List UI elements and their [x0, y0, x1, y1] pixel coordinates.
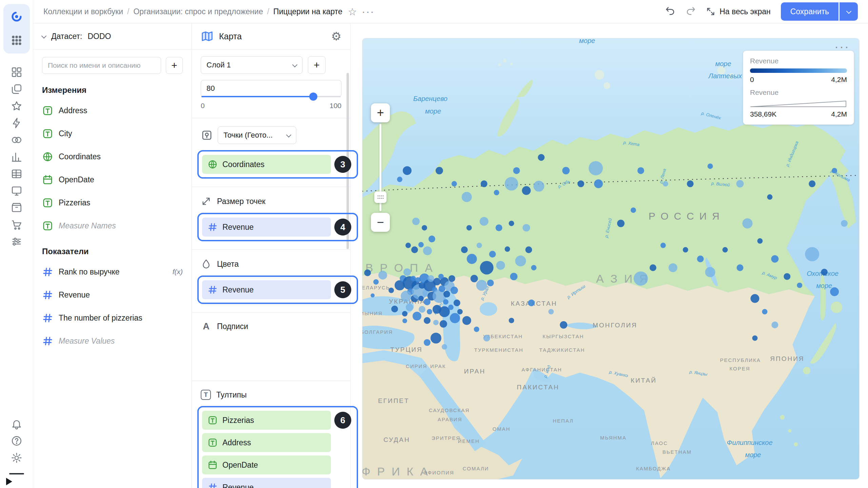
- svg-text:ЕВРОПА: ЕВРОПА: [362, 261, 439, 274]
- measure-item[interactable]: The number of pizzerias: [33, 306, 192, 329]
- services-icon[interactable]: [7, 233, 26, 250]
- notifications-bell-icon[interactable]: [7, 415, 26, 432]
- topbar: Коллекции и воркбуки / Организации: спро…: [33, 0, 868, 23]
- datasets-icon[interactable]: [7, 165, 26, 182]
- tooltip-field-chip[interactable]: OpenDate: [202, 455, 331, 474]
- geopoints-icon: [201, 129, 213, 141]
- dimension-item[interactable]: Coordinates: [33, 145, 192, 168]
- dimension-item[interactable]: Address: [33, 99, 192, 122]
- measure-item[interactable]: Measure Values: [33, 329, 192, 352]
- dashboards-icon[interactable]: [7, 182, 26, 199]
- left-nav-rail: [0, 0, 33, 488]
- svg-text:море: море: [715, 60, 731, 67]
- redo-icon[interactable]: [686, 6, 696, 17]
- svg-text:ТАДЖИКИСТАН: ТАДЖИКИСТАН: [539, 347, 585, 353]
- svg-text:РУМЫНИЯ: РУМЫНИЯ: [362, 310, 382, 316]
- tooltip-field-chip[interactable]: Address: [202, 433, 331, 452]
- shortcuts-icon[interactable]: [7, 115, 26, 131]
- tooltip-field-chip[interactable]: Revenue: [202, 478, 331, 488]
- marketplace-icon[interactable]: [7, 216, 26, 233]
- legend-color-title: Revenue: [750, 57, 847, 65]
- save-button[interactable]: Сохранить: [781, 2, 839, 21]
- legend-size-wedge: [750, 100, 847, 107]
- svg-text:БЕЛАРУСЬ: БЕЛАРУСЬ: [362, 285, 390, 290]
- svg-text:НЕПАЛ: НЕПАЛ: [553, 418, 574, 424]
- opacity-slider[interactable]: [201, 96, 341, 97]
- apps-grid-icon[interactable]: [7, 32, 26, 49]
- dimension-item[interactable]: Pizzerias: [33, 191, 192, 214]
- add-layer-button[interactable]: +: [308, 56, 326, 74]
- legend-color-min: 0: [750, 76, 754, 84]
- breadcrumb-collections[interactable]: Коллекции и воркбуки: [43, 7, 123, 16]
- play-expander-icon[interactable]: [6, 478, 12, 485]
- geotype-select[interactable]: Точки (Геото...: [218, 126, 296, 144]
- settings-gear-icon[interactable]: [7, 449, 26, 466]
- layer-opacity-control: 80: [201, 80, 341, 97]
- dimensions-list: AddressCityCoordinatesOpenDatePizzeriasM…: [33, 99, 192, 237]
- chart-settings-gear-icon[interactable]: ⚙: [331, 29, 341, 43]
- legend-color-gradient: [750, 68, 847, 73]
- annotation-badge-3: 3: [334, 156, 351, 173]
- undo-icon[interactable]: [665, 6, 675, 17]
- help-icon[interactable]: [7, 432, 26, 449]
- tooltips-chips: PizzeriasAddressOpenDateRevenue: [202, 411, 353, 488]
- chevron-down-icon: [286, 132, 292, 138]
- opacity-slider-handle[interactable]: [309, 93, 317, 101]
- labels-icon: A: [201, 321, 212, 332]
- svg-text:АФГАНИСТАН: АФГАНИСТАН: [521, 367, 562, 372]
- add-field-button[interactable]: +: [166, 57, 183, 74]
- favorites-icon[interactable]: [7, 98, 26, 115]
- measure-item[interactable]: Revenue: [33, 283, 192, 306]
- dataset-name[interactable]: DODO: [87, 32, 111, 41]
- measures-title: Показатели: [33, 237, 192, 260]
- geopoints-field-chip[interactable]: Coordinates: [202, 155, 331, 174]
- favorite-star-icon[interactable]: ☆: [348, 6, 357, 18]
- measure-item[interactable]: Rank по выручкеf(x): [33, 260, 192, 283]
- collections-icon[interactable]: [7, 81, 26, 98]
- dataset-header[interactable]: Датасет: DODO: [33, 23, 192, 49]
- size-field-chip[interactable]: Revenue: [202, 218, 331, 237]
- layer-select[interactable]: Слой 1: [201, 56, 302, 74]
- opacity-min-label: 0: [201, 102, 205, 110]
- text-field-icon: [208, 438, 218, 448]
- svg-text:РЕСПУБЛИКА: РЕСПУБЛИКА: [720, 357, 761, 363]
- zoom-in-button[interactable]: +: [371, 103, 390, 122]
- text-field-icon: [42, 128, 53, 139]
- dimension-item[interactable]: Measure Names: [33, 214, 192, 237]
- annotation-outline-tooltips: PizzeriasAddressOpenDateRevenue 6: [197, 406, 358, 488]
- legend-color-max: 4,2M: [831, 76, 847, 84]
- dimension-item[interactable]: OpenDate: [33, 168, 192, 191]
- fullscreen-label: На весь экран: [719, 7, 771, 16]
- annotation-outline-colors: Revenue 5: [197, 276, 358, 304]
- connections-icon[interactable]: [7, 131, 26, 148]
- breadcrumb-workbook[interactable]: Организации: спрос и предложение: [133, 7, 263, 16]
- widgets-icon[interactable]: [7, 64, 26, 81]
- chart-config-panel: Карта ⚙ Слой 1 + 80: [192, 23, 351, 488]
- zoom-out-button[interactable]: −: [371, 213, 390, 232]
- svg-text:ЭФИОПИЯ: ЭФИОПИЯ: [423, 470, 454, 475]
- dimension-item[interactable]: City: [33, 122, 192, 145]
- datalens-logo[interactable]: [7, 8, 26, 25]
- save-dropdown-button[interactable]: [840, 2, 858, 21]
- svg-text:ЛАОС: ЛАОС: [651, 440, 668, 446]
- map-legend: Revenue 0 4,2M Revenue 358,69K 4,2M: [743, 50, 854, 125]
- legend-size-min: 358,69K: [750, 110, 776, 118]
- storage-icon[interactable]: [7, 199, 26, 216]
- field-search-input[interactable]: [42, 57, 161, 74]
- svg-text:МОНГОЛИЯ: МОНГОЛИЯ: [593, 322, 637, 329]
- chart-type-title: Карта: [219, 32, 242, 41]
- point-size-icon: [201, 196, 212, 207]
- ruler-tool-button[interactable]: [374, 191, 387, 203]
- opacity-value[interactable]: 80: [201, 80, 341, 97]
- colors-field-chip[interactable]: Revenue: [202, 280, 331, 299]
- rail-collapse-handle[interactable]: [9, 473, 24, 474]
- tooltips-icon: T: [201, 390, 211, 400]
- charts-icon[interactable]: [7, 148, 26, 165]
- svg-text:АРАВИЯ: АРАВИЯ: [438, 416, 462, 422]
- more-actions-icon[interactable]: ···: [362, 8, 375, 15]
- tooltip-field-chip[interactable]: Pizzerias: [202, 411, 331, 430]
- chevron-down-icon: [41, 33, 47, 39]
- fullscreen-button[interactable]: На весь экран: [706, 7, 771, 16]
- svg-text:ИРАК: ИРАК: [430, 364, 446, 369]
- annotation-badge-5: 5: [334, 281, 351, 298]
